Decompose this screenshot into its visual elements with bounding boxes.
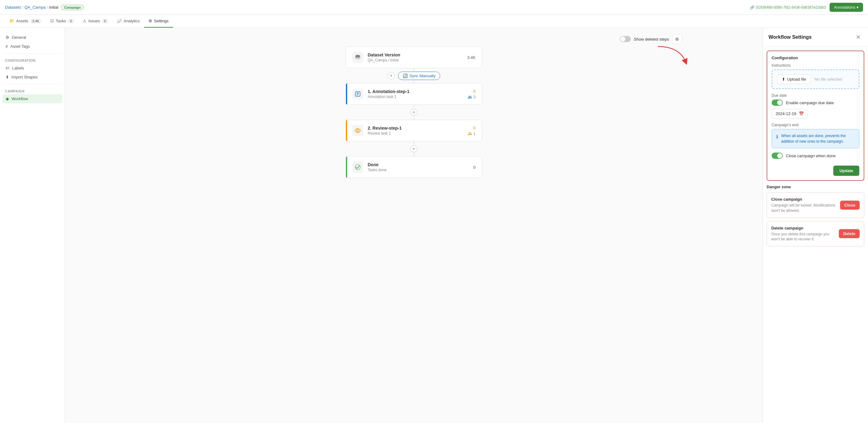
sidebar-item-asset-tags[interactable]: # Asset Tags <box>2 42 62 51</box>
sync-icon: 🔄 <box>403 73 408 78</box>
node-border-orange <box>346 120 347 141</box>
dataset-version-title: Dataset Version <box>368 52 463 57</box>
annotations-label: Annotations <box>834 5 855 10</box>
tab-tasks[interactable]: ☑ Tasks 0 <box>46 15 79 28</box>
topbar-right: 🔗 01936466-0090-7fd1-8436-0d6367e23db3 A… <box>750 3 863 12</box>
tab-assets-label: Assets <box>16 19 28 23</box>
sidebar-item-import-shapes[interactable]: ⬆ Import Shapes <box>2 72 62 82</box>
tab-settings[interactable]: ⚙ Settings <box>144 15 173 28</box>
annotations-button[interactable]: Annotations ▾ <box>830 3 863 12</box>
connector-line-2-bot <box>414 116 414 120</box>
show-deleted-toggle[interactable] <box>620 36 631 42</box>
gear-settings-icon: ⚙ <box>675 37 679 41</box>
tab-issues-count: 0 <box>102 19 108 23</box>
info-text: When all assets are done, prevents the a… <box>781 133 855 144</box>
breadcrumb-datasets[interactable]: Datasets <box>5 5 21 10</box>
connector-line-top <box>413 68 414 71</box>
topbar: Datasets / QA_Campa / initial Campaign 🔗… <box>0 0 868 15</box>
delete-campaign-button[interactable]: Delete <box>839 229 860 238</box>
connector-line-2-top <box>414 105 414 108</box>
annotation-counts: 0 3 <box>468 89 475 99</box>
dataset-version-sub: QA_Campa / initial <box>368 58 463 62</box>
uuid-link[interactable]: 🔗 01936466-0090-7fd1-8436-0d6367e23db3 <box>750 5 826 10</box>
tab-tasks-label: Tasks <box>56 19 66 23</box>
topbar-left: Datasets / QA_Campa / initial Campaign <box>5 5 84 10</box>
update-button[interactable]: Update <box>833 165 859 176</box>
review-count-top: 0 <box>473 126 475 130</box>
date-input[interactable]: 2024-12-19 📅 <box>772 109 808 118</box>
instructions-label: Instructions <box>772 63 859 68</box>
sidebar-asset-tags-label: Asset Tags <box>10 44 30 49</box>
due-date-group: Due date Enable campaign due date 2024-1… <box>772 93 859 118</box>
workflow-icon: ◉ <box>6 96 9 101</box>
annotation-step-sub: Annotation task 1 <box>368 95 463 99</box>
campaigns-end-label: Campaign's end <box>772 123 859 127</box>
svg-point-2 <box>357 130 359 132</box>
sidebar-item-labels[interactable]: 🏷 Labels <box>2 64 62 72</box>
sidebar: ⚙ General # Asset Tags Configuration 🏷 L… <box>0 28 65 423</box>
sidebar-divider-1 <box>2 53 62 54</box>
tab-analytics[interactable]: 📈 Analytics <box>113 15 144 28</box>
delete-campaign-desc: Once you delete this campaign you won't … <box>771 232 835 242</box>
red-arrow-annotation <box>655 43 692 68</box>
add-step-btn-2[interactable]: + <box>410 109 417 116</box>
analytics-icon: 📈 <box>117 19 122 23</box>
upload-icon: ⬆ <box>782 77 785 82</box>
panel-title: Workflow Settings <box>769 34 812 40</box>
tab-analytics-label: Analytics <box>124 19 140 23</box>
calendar-icon: 📅 <box>799 111 804 116</box>
close-campaign-info: Close campaign Campaign will be locked. … <box>771 197 836 213</box>
close-when-done-label: Close campaign when done <box>786 153 835 158</box>
instructions-field-group: Instructions ⬆ Upload file No file selec… <box>772 63 859 89</box>
sidebar-divider-2 <box>2 84 62 84</box>
close-when-done-toggle[interactable] <box>772 153 783 159</box>
sidebar-campaign-label: Campaign <box>2 87 62 94</box>
campaign-badge: Campaign <box>61 5 84 10</box>
done-sub: Tasks done <box>368 168 469 172</box>
enable-due-date-toggle[interactable] <box>772 99 783 106</box>
toggle-on-slider-2 <box>772 153 783 159</box>
breadcrumb: Datasets / QA_Campa / initial <box>5 5 58 10</box>
add-step-btn-3[interactable]: + <box>410 146 417 152</box>
sync-manually-button[interactable]: 🔄 Sync Manually <box>398 72 440 80</box>
annotation-count-top: 0 <box>473 89 475 94</box>
show-deleted-label: Show deleted steps <box>634 37 669 41</box>
tab-issues[interactable]: ⚠ Issues 0 <box>79 15 113 28</box>
config-section: Configuration Instructions ⬆ Upload file… <box>767 51 864 181</box>
workflow-container: Dataset Version QA_Campa / initial 3.4K … <box>336 47 491 178</box>
panel-close-button[interactable]: ✕ <box>854 33 862 41</box>
annotation-step-title: 1. Annotation-step-1 <box>368 89 463 94</box>
panel-header: Workflow Settings ✕ <box>763 28 868 47</box>
sidebar-config-label: Configuration <box>2 56 62 64</box>
close-campaign-button[interactable]: Close <box>840 201 860 210</box>
issues-icon: ⚠ <box>83 19 87 23</box>
review-step-title: 2. Review-step-1 <box>368 126 463 130</box>
review-counts: 0 1 <box>468 126 475 136</box>
sidebar-item-general[interactable]: ⚙ General <box>2 33 62 42</box>
breadcrumb-qa-campa[interactable]: QA_Campa <box>25 5 45 10</box>
config-section-label: Configuration <box>772 56 859 60</box>
sidebar-import-shapes-label: Import Shapes <box>11 75 38 80</box>
sidebar-item-workflow[interactable]: ◉ Workflow <box>2 94 62 103</box>
connector-3: + <box>410 142 417 156</box>
navtabs: 📁 Assets 3.4K ☑ Tasks 0 ⚠ Issues 0 📈 Ana… <box>0 15 868 28</box>
sidebar-workflow-label: Workflow <box>11 96 28 101</box>
connector-line-3-top <box>414 142 414 145</box>
workflow-settings-icon-button[interactable]: ⚙ <box>672 34 682 44</box>
toggle-on-slider <box>772 99 783 106</box>
connector-line-bot <box>413 81 414 84</box>
content-area: Show deleted steps ⚙ Dataset Vers <box>65 28 763 423</box>
done-title: Done <box>368 162 469 167</box>
tab-assets[interactable]: 📁 Assets 3.4K <box>5 15 46 28</box>
connector-2: + <box>410 105 417 120</box>
node-review-step-1: 2. Review-step-1 Review task 1 0 1 <box>346 120 482 142</box>
sidebar-general-label: General <box>12 35 26 40</box>
close-campaign-title: Close campaign <box>771 197 836 202</box>
info-box: ℹ When all assets are done, prevents the… <box>772 129 859 148</box>
add-step-btn-1[interactable]: + <box>388 72 395 80</box>
danger-zone-title: Danger zone <box>767 184 864 189</box>
review-users: 1 <box>468 131 475 136</box>
upload-file-button[interactable]: ⬆ Upload file <box>777 74 811 84</box>
review-step-sub: Review task 1 <box>368 131 463 135</box>
upload-area: ⬆ Upload file No file selected <box>772 69 859 89</box>
